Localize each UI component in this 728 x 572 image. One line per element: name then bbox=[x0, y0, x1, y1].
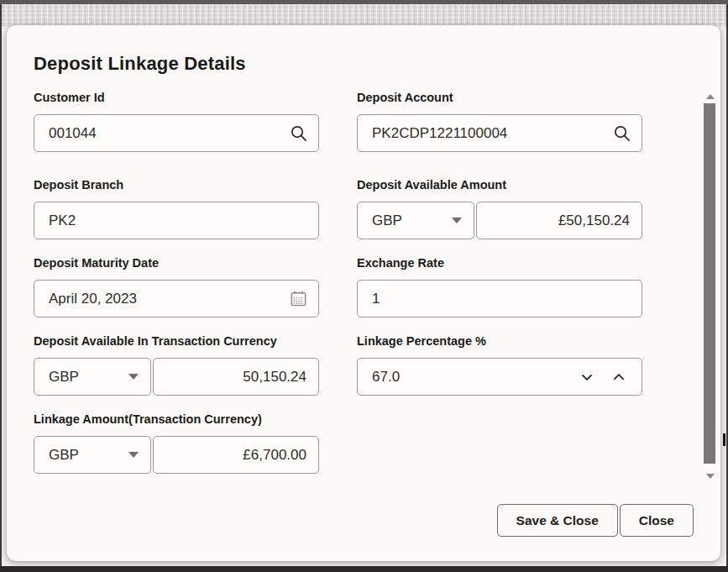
date-picker-button[interactable] bbox=[288, 289, 308, 309]
linkage-percentage-decrement-button[interactable] bbox=[576, 366, 598, 388]
deposit-available-amount-input[interactable] bbox=[477, 202, 642, 239]
deposit-linkage-details-modal: Deposit Linkage Details Customer Id Depo… bbox=[7, 25, 720, 561]
chevron-up-icon bbox=[610, 369, 627, 386]
deposit-account-field: Deposit Account bbox=[357, 91, 642, 152]
currency-value: GBP bbox=[358, 213, 402, 229]
deposit-account-input[interactable] bbox=[358, 115, 642, 151]
currency-value: GBP bbox=[34, 369, 79, 386]
linkage-amount-label: Linkage Amount(Transaction Currency) bbox=[34, 412, 319, 427]
customer-id-input[interactable] bbox=[34, 115, 318, 151]
deposit-available-amount-field: Deposit Available Amount GBP bbox=[357, 178, 642, 239]
deposit-available-txn-currency-input[interactable] bbox=[154, 359, 318, 395]
text-cursor-artifact bbox=[723, 433, 725, 446]
linkage-amount-currency-select[interactable]: GBP bbox=[34, 436, 151, 474]
deposit-maturity-date-label: Deposit Maturity Date bbox=[34, 256, 319, 270]
search-icon bbox=[289, 123, 308, 143]
empty-cell bbox=[357, 412, 642, 474]
deposit-available-txn-currency-select[interactable]: GBP bbox=[34, 358, 151, 396]
dropdown-caret-icon bbox=[128, 374, 139, 380]
deposit-branch-label: Deposit Branch bbox=[34, 178, 319, 192]
window-frame-bottom bbox=[0, 566, 728, 572]
calendar-icon bbox=[289, 289, 308, 308]
exchange-rate-label: Exchange Rate bbox=[357, 256, 642, 270]
scroll-down-arrow-icon[interactable] bbox=[706, 474, 715, 479]
linkage-percentage-field: Linkage Percentage % bbox=[357, 334, 642, 396]
linkage-amount-input[interactable] bbox=[154, 437, 318, 473]
deposit-account-search-button[interactable] bbox=[611, 123, 631, 144]
close-button[interactable]: Close bbox=[620, 504, 694, 537]
deposit-maturity-date-field: Deposit Maturity Date bbox=[34, 256, 319, 317]
modal-title: Deposit Linkage Details bbox=[34, 53, 720, 75]
chevron-down-icon bbox=[579, 369, 595, 386]
search-icon bbox=[612, 123, 631, 143]
customer-id-search-button[interactable] bbox=[288, 123, 308, 144]
currency-value: GBP bbox=[34, 447, 79, 464]
blurred-page-backdrop bbox=[0, 4, 728, 27]
modal-footer: Save & Close Close bbox=[7, 504, 694, 537]
dropdown-caret-icon bbox=[452, 218, 462, 223]
scroll-up-arrow-icon[interactable] bbox=[706, 94, 715, 99]
deposit-available-amount-label: Deposit Available Amount bbox=[357, 178, 642, 192]
deposit-available-txn-currency-label: Deposit Available In Transaction Currenc… bbox=[34, 334, 319, 349]
deposit-branch-input[interactable] bbox=[34, 202, 318, 239]
deposit-available-txn-currency-field: Deposit Available In Transaction Currenc… bbox=[34, 334, 319, 396]
window-frame-top bbox=[0, 0, 728, 4]
customer-id-label: Customer Id bbox=[34, 91, 319, 105]
window-frame-left bbox=[0, 0, 2, 572]
exchange-rate-input[interactable] bbox=[358, 281, 642, 317]
deposit-linkage-form: Customer Id Deposit Account bbox=[34, 91, 720, 474]
scrollbar-thumb[interactable] bbox=[704, 103, 715, 464]
deposit-branch-field: Deposit Branch bbox=[34, 178, 319, 239]
customer-id-field: Customer Id bbox=[34, 91, 319, 152]
scrollbar[interactable] bbox=[704, 94, 716, 479]
deposit-maturity-date-input[interactable] bbox=[34, 281, 318, 317]
exchange-rate-field: Exchange Rate bbox=[357, 256, 642, 317]
save-and-close-button[interactable]: Save & Close bbox=[497, 504, 618, 537]
linkage-percentage-increment-button[interactable] bbox=[608, 366, 630, 388]
deposit-account-label: Deposit Account bbox=[357, 91, 642, 105]
deposit-available-amount-currency-select[interactable]: GBP bbox=[357, 202, 474, 239]
linkage-amount-field: Linkage Amount(Transaction Currency) GBP bbox=[34, 412, 319, 474]
dropdown-caret-icon bbox=[128, 452, 139, 458]
linkage-percentage-label: Linkage Percentage % bbox=[357, 334, 642, 349]
